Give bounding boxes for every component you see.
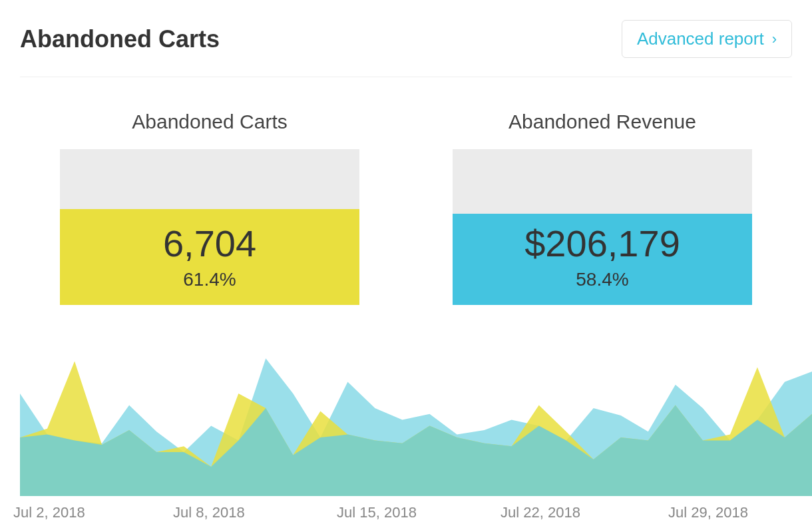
metric-label-carts: Abandoned Carts	[60, 111, 359, 133]
metric-percent-revenue: 58.4%	[453, 269, 752, 290]
x-tick: Jul 15, 2018	[337, 504, 417, 521]
area-chart	[20, 350, 812, 496]
advanced-report-button[interactable]: Advanced report ›	[622, 20, 792, 58]
metric-text-revenue: $206,179 58.4%	[453, 222, 752, 290]
metric-value-carts: 6,704	[60, 222, 359, 265]
card-header: Abandoned Carts Advanced report ›	[20, 20, 792, 77]
chevron-right-icon: ›	[772, 32, 777, 47]
x-tick: Jul 2, 2018	[13, 504, 85, 521]
metrics-row: Abandoned Carts 6,704 61.4% Abandoned Re…	[20, 111, 792, 305]
area-chart-svg	[20, 350, 812, 496]
metric-label-revenue: Abandoned Revenue	[453, 111, 752, 133]
metric-value-revenue: $206,179	[453, 222, 752, 265]
x-axis: Jul 2, 2018Jul 8, 2018Jul 15, 2018Jul 22…	[13, 504, 812, 524]
x-tick: Jul 22, 2018	[501, 504, 580, 521]
x-tick: Jul 8, 2018	[173, 504, 245, 521]
metric-tile-carts: 6,704 61.4%	[60, 149, 359, 305]
card-title: Abandoned Carts	[20, 25, 220, 53]
metric-text-carts: 6,704 61.4%	[60, 222, 359, 290]
advanced-report-label: Advanced report	[637, 29, 764, 49]
metric-abandoned-carts: Abandoned Carts 6,704 61.4%	[60, 111, 359, 305]
abandoned-carts-card: Abandoned Carts Advanced report › Abando…	[0, 0, 812, 532]
metric-tile-revenue: $206,179 58.4%	[453, 149, 752, 305]
metric-abandoned-revenue: Abandoned Revenue $206,179 58.4%	[453, 111, 752, 305]
metric-percent-carts: 61.4%	[60, 269, 359, 290]
x-tick: Jul 29, 2018	[668, 504, 748, 521]
